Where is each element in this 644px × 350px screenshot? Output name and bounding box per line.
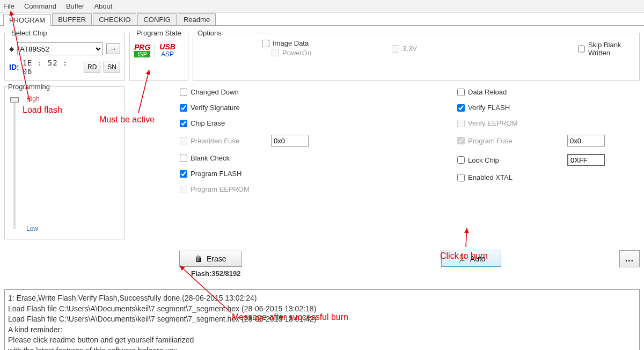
flash-status: Flash:352/8192 [133, 269, 640, 278]
menubar: File Command Buffer About [0, 0, 644, 13]
prg-icon: PRG [134, 43, 150, 51]
slider-high: High [26, 95, 40, 103]
menu-command[interactable]: Command [24, 2, 56, 10]
opt-prewritten-fuse: Prewritten Fuse [180, 137, 271, 145]
options-left-col: Changed Down Verify Signature Chip Erase… [131, 83, 309, 239]
run-icon: 🏃 [457, 254, 466, 263]
opt-chip-erase[interactable]: Chip Erase [180, 119, 309, 127]
legend-select-chip: Select Chip [9, 29, 49, 37]
more-button[interactable]: ... [619, 250, 640, 267]
slider-low: Low [26, 225, 40, 232]
erase-button[interactable]: 🗑 Erase [179, 251, 242, 267]
lock-chip-value[interactable] [567, 154, 605, 166]
rd-button[interactable]: RD [84, 62, 100, 72]
tab-buffer[interactable]: BUFFER [52, 13, 92, 25]
chip-arrow-button[interactable]: → [106, 43, 120, 54]
opt-verify-eeprom: Verify EEPROM [457, 119, 640, 127]
log-line: 1: Erase,Write Flash,Verify Flash,Succes… [8, 293, 636, 304]
isp-icon: ISP [134, 51, 150, 57]
legend-program-state: Program State [134, 29, 184, 37]
opt-enabled-xtal[interactable]: Enabled XTAL [457, 173, 640, 181]
sn-button[interactable]: SN [104, 62, 120, 72]
opt-verify-signature[interactable]: Verify Signature [180, 104, 309, 112]
opt-power-on: PowerOn [272, 49, 311, 57]
opt-image-data[interactable]: Image Data [262, 39, 309, 47]
tab-readme[interactable]: Readme [178, 13, 216, 25]
log-line: Load Flash file C:\Users\A\Documents\kei… [8, 314, 636, 325]
opt-data-reload[interactable]: Data Reload [457, 88, 640, 96]
log-line: Load Flash file C:\Users\A\Documents\kei… [8, 304, 636, 315]
auto-button[interactable]: 🏃 Auto [441, 251, 501, 267]
log-panel: 1: Erase,Write Flash,Verify Flash,Succes… [4, 289, 640, 350]
log-line: Please click readme button and get yours… [8, 335, 636, 346]
tab-program[interactable]: PROGRAM [3, 14, 51, 26]
log-line: A kind reminder: [8, 325, 636, 336]
options-right-col: Data Reload Verify FLASH Verify EEPROM P… [457, 83, 640, 239]
asp-icon: ASP [159, 50, 175, 58]
menu-about[interactable]: About [94, 2, 112, 10]
menu-buffer[interactable]: Buffer [66, 2, 84, 10]
opt-verify-flash[interactable]: Verify FLASH [457, 104, 640, 112]
opt-program-eeprom: Program EEPROM [180, 185, 309, 193]
opt-program-flash[interactable]: Program FLASH [180, 170, 309, 178]
prewritten-fuse-value[interactable] [271, 135, 309, 147]
tab-config[interactable]: CONFIG [137, 13, 177, 25]
menu-file[interactable]: File [3, 2, 14, 10]
program-fuse-value[interactable] [567, 135, 605, 147]
opt-3v3: 3.3V [392, 45, 417, 53]
legend-programming: Programming [8, 83, 50, 91]
programming-slider[interactable] [13, 98, 16, 229]
group-programming: Programming High Low [4, 83, 125, 239]
log-line: with the latest features of this softwar… [8, 346, 636, 350]
group-program-state: Program State PRG ISP USB ASP [129, 29, 188, 81]
opt-lock-chip[interactable]: Lock Chip [457, 156, 567, 164]
group-select-chip: Select Chip ◆ AT89S52 → ID: 1E : 52 : 06… [4, 29, 125, 81]
chip-icon: ◆ [9, 45, 14, 53]
tab-checkio[interactable]: CHECKIO [93, 13, 136, 25]
id-label: ID: [9, 63, 19, 71]
id-value: 1E : 52 : 06 [23, 59, 77, 76]
legend-options: Options [197, 29, 222, 37]
opt-blank-check[interactable]: Blank Check [180, 154, 309, 162]
opt-skip-blank[interactable]: Skip Blank Written [578, 41, 630, 57]
opt-changed-down[interactable]: Changed Down [180, 88, 309, 96]
tabstrip: PROGRAM BUFFER CHECKIO CONFIG Readme [0, 13, 644, 26]
trash-icon: 🗑 [195, 254, 202, 263]
chip-select[interactable]: AT89S52 [17, 42, 103, 55]
usb-icon: USB [159, 43, 175, 50]
group-options: Options Image Data PowerOn 3.3V Skip Bla… [193, 29, 640, 81]
opt-program-fuse: Program Fuse [457, 137, 567, 145]
